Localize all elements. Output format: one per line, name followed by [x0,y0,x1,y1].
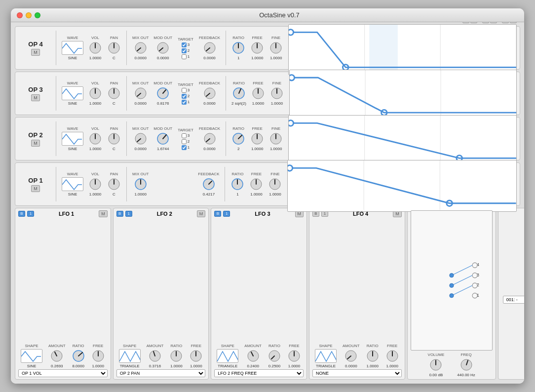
op2-target-3[interactable]: 3 [182,133,190,138]
op1-ratio-knob[interactable] [230,177,244,191]
lfo1-bypass-btn[interactable]: B [18,211,25,217]
lfo2-bypass-btn[interactable]: B [116,211,123,217]
op4-mixout-knob[interactable] [134,41,148,55]
op4-env-a[interactable]: A [462,22,469,23]
op4-free-knob[interactable] [250,41,264,55]
lfo1-num-btn[interactable]: 1 [27,211,34,217]
op2-envelope-canvas[interactable] [288,115,517,166]
op2-feedback-knob[interactable] [203,132,217,146]
op2-modout-knob[interactable] [156,132,170,146]
op4-ratio-group: RATIO 1 [231,36,245,60]
minimize-button[interactable] [26,12,32,18]
op4-env-f[interactable]: F [502,22,509,23]
master-freq-knob[interactable] [459,358,473,372]
lfo2-wave-display[interactable] [119,349,141,363]
lfo1-amount-knob[interactable] [50,349,64,363]
lfo4-free-knob[interactable] [385,349,399,363]
lfo1-target-select[interactable]: OP 1 VOL OP 2 VOL [18,369,108,377]
patch-select[interactable]: 001: - 002: Bass 003: Lead [503,296,524,304]
op1-feedback-knob[interactable] [202,177,216,191]
op3-vol-knob[interactable] [88,86,102,100]
op2-ratio-knob[interactable] [231,132,245,146]
op4-fine-knob[interactable] [269,41,283,55]
op4-mixout-group: MIX OUT 0.0000 [132,36,149,60]
lfo4-amount-knob[interactable] [344,349,358,363]
op3-fine-knob[interactable] [270,86,284,100]
close-button[interactable] [17,12,23,18]
lfo1-ratio-knob[interactable] [72,349,85,363]
lfo4-wave-display[interactable] [315,349,337,363]
lfo2-target-select[interactable]: OP 2 PAN OP 1 PAN [116,369,206,377]
lfo4-target-select[interactable]: NONE OP 1 VOL [312,369,402,377]
lfo3-free-knob[interactable] [287,349,301,363]
lfo1-wave-display[interactable] [21,349,42,363]
lfo3-amount-knob[interactable] [246,349,260,363]
op4-feedback-knob[interactable] [203,41,217,55]
op4-pan-knob[interactable] [107,41,121,55]
op4-target-1[interactable]: 1 [182,54,190,59]
op1-pan-knob[interactable] [107,177,121,191]
op4-env-minus[interactable]: - [482,22,489,23]
op4-env-plus[interactable]: + [490,22,497,23]
op4-target-3[interactable]: 3 [182,42,190,47]
op2-target-2[interactable]: 2 [182,139,190,144]
op4-vol-knob[interactable] [88,41,102,55]
master-volume-knob[interactable] [429,358,443,372]
op1-mute-button[interactable]: M [31,185,40,192]
lfo2-ratio-knob[interactable] [169,349,183,363]
op2-fine-knob[interactable] [269,132,283,146]
op4-envelope-canvas[interactable] [288,24,517,76]
lfo3-num-btn[interactable]: 1 [223,211,230,217]
lfo2-amount-knob[interactable] [148,349,162,363]
op4-env-d[interactable]: D [510,22,517,23]
op1-vol-knob[interactable] [88,177,102,191]
op3-target-2[interactable]: 2 [182,94,190,99]
op4-modout-knob[interactable] [156,41,170,55]
op3-mixout-knob[interactable] [134,86,148,100]
op4-ratio-knob[interactable] [231,41,245,55]
op1-free-knob[interactable] [249,177,263,191]
op3-free-knob[interactable] [251,86,265,100]
op1-fine-knob[interactable] [268,177,282,191]
op4-wave-display[interactable] [62,41,83,55]
lfo3-wave-display[interactable] [217,349,238,363]
op3-target-3[interactable]: 3 [182,88,190,93]
op1-envelope-canvas[interactable] [287,160,517,211]
op4-mute-button[interactable]: M [31,49,40,56]
master-graph: 4 3 2 1 [411,210,493,351]
master-panel: 4 3 2 1 [407,208,496,380]
op3-feedback-knob[interactable] [203,86,217,100]
maximize-button[interactable] [35,12,40,18]
op4-target-2[interactable]: 2 [182,48,190,53]
op3-wave-display[interactable] [62,86,83,100]
op3-mute-button[interactable]: M [31,94,40,101]
op3-target-1[interactable]: 1 [182,100,190,105]
lfo1-mute-button[interactable]: M [99,210,108,217]
lfo3-ratio-knob[interactable] [268,349,281,363]
op1-mixout-knob[interactable] [134,177,148,191]
op3-envelope-canvas[interactable] [289,70,517,120]
op3-ratio-knob[interactable] [232,86,246,100]
op2-free-knob[interactable] [250,132,264,146]
lfo3-amount-group: AMOUNT 0.2400 [244,344,262,368]
op2-mute-button[interactable]: M [31,140,40,147]
op2-wave-display[interactable] [62,132,83,146]
op2-mixout-knob[interactable] [134,132,148,146]
op3-pan-knob[interactable] [107,86,121,100]
lfo2-mute-button[interactable]: M [197,210,206,217]
op2-target-1[interactable]: 1 [182,145,190,150]
lfo4-shape-group: SHAPE TRIANGLE [315,344,337,368]
lfo4-num-btn[interactable]: 1 [321,211,328,217]
lfo2-free-knob[interactable] [189,349,203,363]
op2-pan-knob[interactable] [107,132,121,146]
lfo1-free-knob[interactable] [91,349,105,363]
op1-wave-display[interactable] [62,177,83,191]
op2-vol-knob[interactable] [88,132,102,146]
op4-env-b[interactable]: B [470,22,477,23]
lfo2-num-btn[interactable]: 1 [125,211,132,217]
lfo3-bypass-btn[interactable]: B [214,211,221,217]
lfo4-ratio-knob[interactable] [366,349,380,363]
lfo3-target-select[interactable]: LFO 2 FREQ FREE LFO 1 FREQ FREE [214,369,304,377]
lfo4-bypass-btn[interactable]: B [312,211,319,217]
op3-modout-knob[interactable] [156,86,170,100]
